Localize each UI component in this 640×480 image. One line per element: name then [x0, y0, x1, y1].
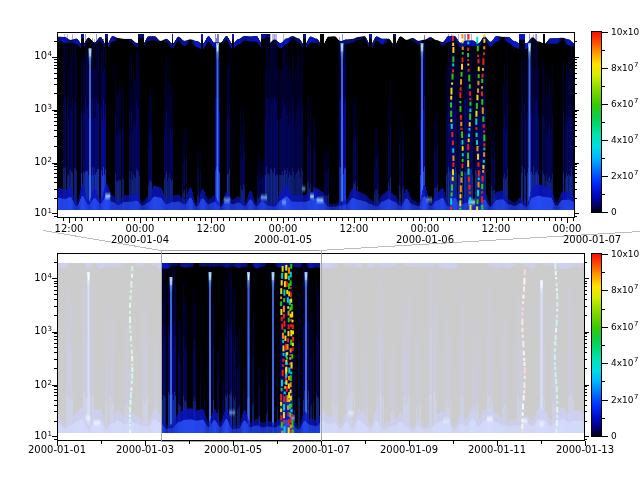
- y-tick-label: 101: [16, 430, 52, 443]
- y-tick-label: 101: [16, 207, 52, 220]
- colorbar-tick-label: 6x107: [611, 99, 638, 111]
- y-tick-label: 102: [16, 379, 52, 392]
- x-tick-label: 2000-01-03: [110, 444, 180, 456]
- x-tick-label: 2000-01-01: [22, 444, 92, 456]
- exponent: 1: [48, 430, 52, 438]
- colorbar-tick-label: 4x107: [611, 135, 638, 147]
- zoom-panel[interactable]: [57, 32, 575, 218]
- exponent: 2: [48, 156, 52, 164]
- x-date-label: 2000-01-06: [390, 234, 460, 246]
- exponent: 2: [48, 379, 52, 387]
- exponent: 3: [48, 325, 52, 333]
- x-tick-label: 2000-01-09: [374, 444, 444, 456]
- x-date-label: 2000-01-07: [563, 234, 640, 246]
- exponent: 7: [634, 97, 638, 105]
- exponent: 3: [48, 103, 52, 111]
- colorbar-tick-label: 0: [611, 207, 617, 218]
- colorbar-tick-label: 6x107: [611, 322, 638, 334]
- x-tick-label: 2000-01-05: [198, 444, 268, 456]
- x-tick-label: 12:00: [461, 223, 531, 235]
- exponent: 7: [634, 393, 638, 401]
- colorbar-tick-label: 4x107: [611, 358, 638, 370]
- x-date-label: 2000-01-04: [105, 234, 175, 246]
- colorbar-tick-label: 10x107: [611, 27, 640, 39]
- colorbar-tick-label: 8x107: [611, 285, 638, 297]
- exponent: 4: [48, 272, 52, 280]
- colorbar-tick-label: 2x107: [611, 395, 638, 407]
- exponent: 7: [634, 356, 638, 364]
- x-tick-label: 2000-01-13: [550, 444, 620, 456]
- exponent: 7: [634, 133, 638, 141]
- figure: 12:0000:002000-01-0412:0000:002000-01-05…: [0, 0, 640, 480]
- x-tick-label: 2000-01-11: [462, 444, 532, 456]
- exponent: 7: [634, 320, 638, 328]
- colorbar-tick-label: 8x107: [611, 63, 638, 75]
- exponent: 4: [48, 50, 52, 58]
- y-tick-label: 104: [16, 50, 52, 63]
- exponent: 1: [48, 207, 52, 215]
- exponent: 7: [634, 61, 638, 69]
- x-tick-label: 2000-01-07: [286, 444, 356, 456]
- colorbar-top: [591, 31, 602, 213]
- colorbar-bottom: [591, 253, 602, 437]
- colorbar-tick-label: 10x107: [611, 249, 640, 261]
- x-tick-label: 12:00: [319, 223, 389, 235]
- colorbar-tick-label: 2x107: [611, 171, 638, 183]
- excluded-region-overlay-right: [320, 254, 584, 440]
- y-tick-label: 103: [16, 103, 52, 116]
- exponent: 7: [634, 283, 638, 291]
- y-tick-label: 104: [16, 272, 52, 285]
- selection-box[interactable]: [161, 250, 322, 442]
- zoom-panel-heatmap-canvas[interactable]: [58, 34, 574, 210]
- x-date-label: 2000-01-05: [248, 234, 318, 246]
- x-tick-label: 12:00: [34, 223, 104, 235]
- x-tick-label: 12:00: [176, 223, 246, 235]
- y-tick-label: 102: [16, 156, 52, 169]
- colorbar-tick-label: 0: [611, 431, 617, 442]
- exponent: 7: [634, 169, 638, 177]
- y-tick-label: 103: [16, 325, 52, 338]
- excluded-region-overlay-left: [58, 254, 161, 440]
